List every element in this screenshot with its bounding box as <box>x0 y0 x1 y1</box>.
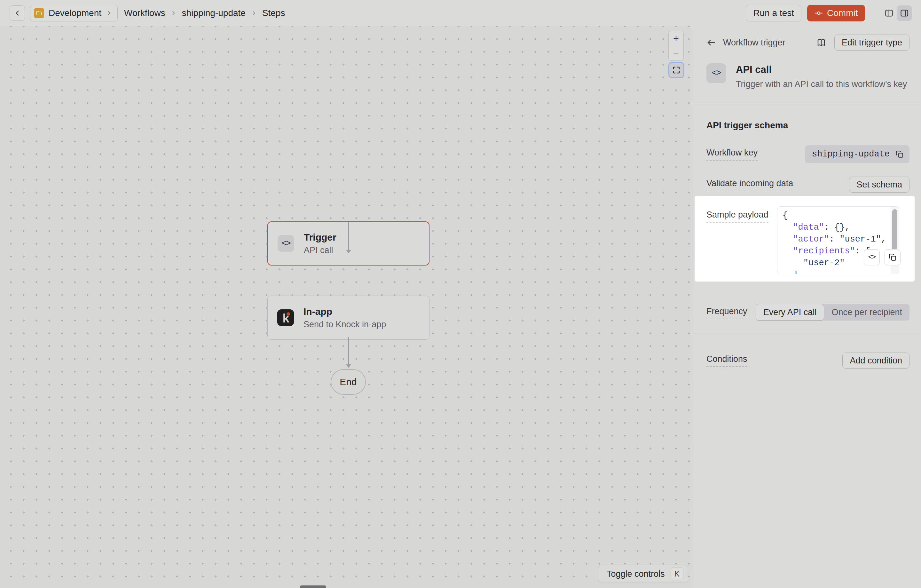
breadcrumb: Workflows shipping-update Steps <box>124 8 285 18</box>
code-brackets-icon: <> <box>706 64 726 83</box>
workflow-key-label: Workflow key <box>706 148 758 161</box>
copy-payload-button[interactable] <box>885 249 900 265</box>
divider <box>874 8 875 19</box>
zoom-controls: + − <box>668 31 684 61</box>
section-heading: API trigger schema <box>706 120 910 130</box>
panel-back-button[interactable] <box>706 38 716 47</box>
panel-title: Workflow trigger <box>723 38 785 48</box>
chevron-right-icon <box>171 10 177 16</box>
editor-scrollbar-thumb[interactable] <box>892 209 897 251</box>
book-icon <box>817 38 826 47</box>
conditions-row: Conditions Add condition <box>706 352 910 370</box>
panel-header: Workflow trigger Edit trigger type <box>706 34 910 50</box>
divider <box>691 103 921 103</box>
panel-left-icon <box>885 9 893 18</box>
git-commit-icon <box>814 9 823 18</box>
editor-actions: <> <box>864 249 900 265</box>
frequency-option-every-api-call[interactable]: Every API call <box>756 304 824 321</box>
node-subtitle: Send to Knock in-app <box>303 319 386 329</box>
fit-view-icon <box>672 66 680 74</box>
node-title: Trigger <box>304 232 337 243</box>
validate-row: Validate incoming data Set schema <box>706 176 910 193</box>
copy-icon <box>895 150 904 158</box>
sample-payload-highlight: Sample payload { "data": {}, "actor": "u… <box>695 196 914 282</box>
keyboard-shortcut-badge: K <box>670 567 683 580</box>
arrow-left-icon <box>706 38 716 47</box>
copy-button[interactable] <box>895 150 904 158</box>
node-subtitle: API call <box>304 245 337 255</box>
folder-icon <box>34 8 44 18</box>
code-brackets-icon: <> <box>278 235 294 252</box>
expand-code-button[interactable]: <> <box>864 249 880 265</box>
workflow-key-value: shipping-update <box>805 145 910 163</box>
run-a-test-button[interactable]: Run a test <box>746 5 801 21</box>
fit-view-button[interactable] <box>668 62 684 78</box>
conditions-label: Conditions <box>706 354 747 367</box>
app-root: Development Workflows shipping-update St… <box>0 0 921 588</box>
node-title: In-app <box>303 306 386 317</box>
workflow-trigger-panel: Workflow trigger Edit trigger type <> AP… <box>691 26 921 588</box>
breadcrumb-steps: Steps <box>262 8 285 18</box>
sample-payload-label: Sample payload <box>706 210 768 223</box>
frequency-option-once-per-recipient[interactable]: Once per recipient <box>824 304 910 321</box>
zoom-out-button[interactable]: − <box>669 46 683 60</box>
chevron-right-icon <box>251 10 257 16</box>
breadcrumb-workflow-key[interactable]: shipping-update <box>182 8 246 18</box>
commit-button[interactable]: Commit <box>807 5 865 21</box>
frequency-label: Frequency <box>706 306 747 319</box>
copy-icon <box>888 253 897 261</box>
end-node: End <box>331 369 366 395</box>
breadcrumb-workflows[interactable]: Workflows <box>124 8 165 18</box>
environment-switcher[interactable]: Development <box>30 5 118 21</box>
edit-trigger-type-button[interactable]: Edit trigger type <box>834 34 910 50</box>
add-condition-button[interactable]: Add condition <box>842 353 910 368</box>
workflow-key-row: Workflow key shipping-update <box>706 145 910 163</box>
connector-arrow <box>348 222 349 253</box>
in-app-step-node[interactable]: k In-app Send to Knock in-app <box>267 296 430 340</box>
frequency-row: Frequency Every API call Once per recipi… <box>706 304 910 321</box>
chevron-right-icon <box>106 10 112 16</box>
environment-label: Development <box>49 8 101 18</box>
hidden-tooltip-peek <box>300 585 326 588</box>
toggle-left-panel-button[interactable] <box>881 5 897 21</box>
toggle-controls-button[interactable]: Toggle controls K <box>598 565 688 583</box>
chevron-left-icon <box>13 9 21 17</box>
knock-logo-icon: k <box>277 309 294 326</box>
divider <box>691 334 921 334</box>
trigger-type-name: API call <box>736 64 907 75</box>
set-schema-button[interactable]: Set schema <box>849 177 910 192</box>
trigger-type-description: Trigger with an API call to this workflo… <box>736 79 907 89</box>
toggle-right-panel-button[interactable] <box>897 5 912 21</box>
top-bar: Development Workflows shipping-update St… <box>0 0 921 26</box>
frequency-segmented-control: Every API call Once per recipient <box>756 304 910 321</box>
trigger-type-summary: <> API call Trigger with an API call to … <box>706 64 910 89</box>
docs-button[interactable] <box>817 38 826 47</box>
zoom-in-button[interactable]: + <box>669 31 683 46</box>
panel-right-icon <box>900 9 909 18</box>
connector-arrow <box>348 337 349 368</box>
validate-label: Validate incoming data <box>706 179 793 191</box>
back-button[interactable] <box>10 5 25 21</box>
workflow-canvas[interactable]: + − <> Trigger API call k <box>0 26 691 588</box>
code-brackets-icon: <> <box>868 253 875 261</box>
